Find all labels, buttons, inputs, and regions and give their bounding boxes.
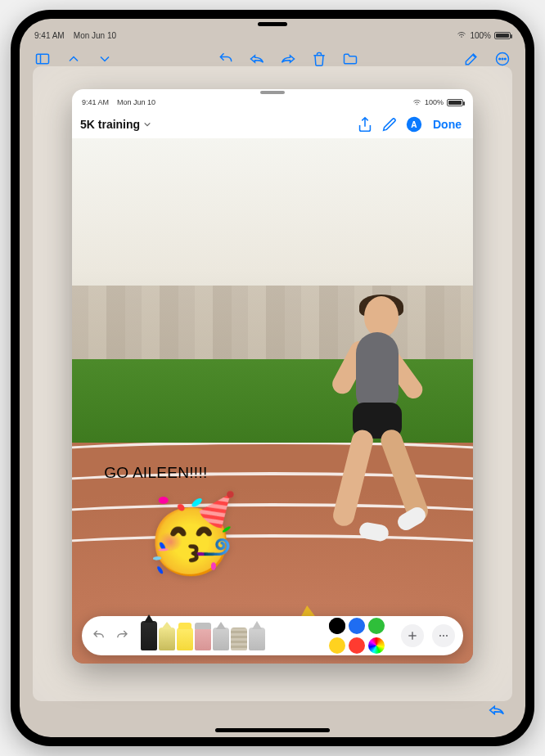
svg-point-3 [499,58,501,60]
home-indicator[interactable] [215,728,330,732]
ruler-tool[interactable] [231,628,247,650]
compose-icon[interactable] [463,51,480,67]
sheet-status-bar: 9:41 AM Mon Jun 10 100% [72,94,473,110]
folder-icon[interactable] [342,51,358,67]
share-icon[interactable] [356,115,374,133]
sidebar-toggle-icon[interactable] [34,51,51,67]
sheet-status-time: 9:41 AM [82,98,109,106]
ipad-frame: 9:41 AM Mon Jun 10 100% [11,10,534,746]
svg-point-10 [439,635,441,637]
markup-pen-icon[interactable] [381,115,399,133]
undo-button[interactable] [90,627,108,645]
sheet-battery-icon [447,99,463,106]
svg-text:A: A [411,120,417,129]
svg-point-4 [502,58,503,60]
document-title: 5K training [80,118,140,131]
battery-percent: 100% [470,31,491,40]
color-black[interactable] [329,618,345,634]
markup-sheet: 9:41 AM Mon Jun 10 100% 5K training [72,89,473,664]
color-green[interactable] [368,618,385,634]
status-time-date: 9:41 AM Mon Jun 10 [34,31,116,40]
redo-button[interactable] [113,627,131,645]
party-emoji-sticker[interactable]: 🥳 [144,496,238,571]
add-button[interactable] [401,624,424,647]
pencil-tool[interactable] [249,628,265,650]
chevron-down-icon [143,120,151,128]
more-tools-button[interactable] [432,624,455,647]
lasso-tool[interactable] [213,628,229,650]
runner-figure [318,296,433,558]
undo-icon[interactable] [218,51,234,67]
highlighter-tool[interactable] [177,628,193,650]
status-date: Mon Jun 10 [74,31,116,40]
status-bar: 9:41 AM Mon Jun 10 100% [20,26,525,44]
forward-icon[interactable] [280,51,296,67]
color-yellow[interactable] [329,637,345,654]
svg-point-12 [446,635,448,637]
markup-toolbar [82,616,463,655]
color-blue[interactable] [349,618,365,634]
color-palette [329,618,393,654]
color-red[interactable] [349,637,365,654]
sheet-wifi-icon [412,98,421,107]
pen-tool[interactable] [141,621,157,650]
more-icon[interactable] [494,51,511,67]
sheet-battery-percent: 100% [425,98,444,106]
sheet-status-date: Mon Jun 10 [117,98,155,106]
done-button[interactable]: Done [430,118,465,131]
eraser-tool[interactable] [195,628,211,650]
sheet-toolbar: 5K training A Done [72,110,473,138]
document-title-button[interactable]: 5K training [80,118,151,131]
status-time: 9:41 AM [34,31,65,40]
text-annotation[interactable]: GO AILEEN!!!! [104,464,207,482]
auto-shape-icon[interactable]: A [405,115,423,133]
photo-canvas[interactable]: GO AILEEN!!!! 🥳 [72,138,473,664]
svg-point-11 [443,635,444,637]
wifi-icon [457,30,466,40]
chevron-down-icon[interactable] [97,51,113,67]
reply-fab-icon[interactable] [488,701,506,719]
chevron-up-icon[interactable] [65,51,82,67]
trash-icon[interactable] [311,51,327,67]
svg-point-5 [505,58,507,60]
marker-tool[interactable] [159,628,175,650]
screen: 9:41 AM Mon Jun 10 100% [20,19,525,737]
battery-icon [494,32,511,39]
tool-picker [141,621,265,650]
svg-rect-0 [37,54,49,64]
color-picker[interactable] [368,637,385,654]
reply-icon[interactable] [249,51,265,67]
